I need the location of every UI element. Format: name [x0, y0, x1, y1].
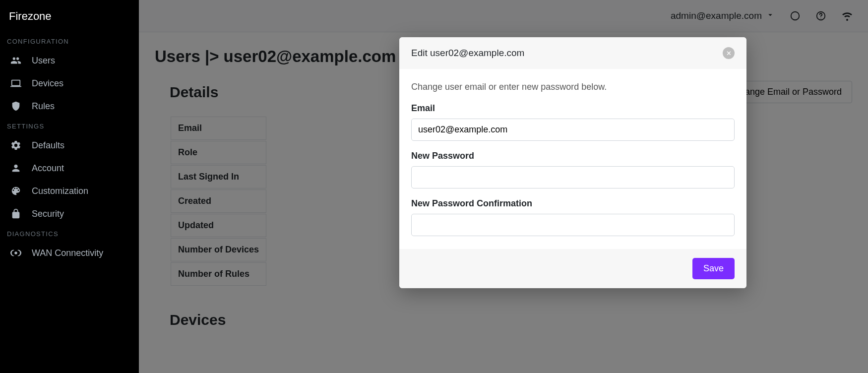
- person-icon: [9, 163, 23, 174]
- sidebar-item-wan-connectivity[interactable]: WAN Connectivity: [0, 242, 139, 264]
- sidebar-item-customization[interactable]: Customization: [0, 180, 139, 202]
- edit-user-modal: Edit user02@example.com ✕ Change user em…: [399, 37, 746, 288]
- sidebar-item-label: Users: [32, 56, 55, 66]
- antenna-icon: [9, 248, 23, 258]
- confirm-password-field[interactable]: [411, 214, 735, 236]
- save-button[interactable]: Save: [692, 258, 735, 279]
- sidebar-section-diagnostics: DIAGNOSTICS: [0, 225, 139, 242]
- palette-icon: [9, 186, 23, 196]
- close-icon: ✕: [726, 50, 732, 57]
- sidebar-item-label: Account: [32, 163, 64, 174]
- modal-description: Change user email or enter new password …: [411, 82, 735, 92]
- sidebar-section-settings: SETTINGS: [0, 118, 139, 134]
- rules-icon: [9, 101, 23, 112]
- email-field[interactable]: [411, 119, 735, 141]
- email-label: Email: [411, 103, 735, 114]
- users-icon: [9, 55, 23, 66]
- confirm-password-label: New Password Confirmation: [411, 198, 735, 209]
- sidebar-item-security[interactable]: Security: [0, 202, 139, 225]
- sidebar-item-label: Defaults: [32, 140, 64, 151]
- sidebar-item-rules[interactable]: Rules: [0, 95, 139, 118]
- sidebar-item-defaults[interactable]: Defaults: [0, 134, 139, 157]
- brand[interactable]: Firezone: [0, 0, 139, 33]
- modal-close-button[interactable]: ✕: [723, 47, 735, 59]
- sidebar-item-devices[interactable]: Devices: [0, 72, 139, 95]
- gear-icon: [9, 140, 23, 151]
- new-password-label: New Password: [411, 151, 735, 161]
- sidebar-item-account[interactable]: Account: [0, 157, 139, 180]
- sidebar-section-configuration: CONFIGURATION: [0, 33, 139, 49]
- modal-title: Edit user02@example.com: [411, 48, 524, 59]
- sidebar-item-label: Customization: [32, 186, 88, 196]
- sidebar-item-users[interactable]: Users: [0, 49, 139, 72]
- new-password-field[interactable]: [411, 166, 735, 188]
- sidebar-item-label: Security: [32, 209, 64, 219]
- sidebar-item-label: Rules: [32, 101, 55, 112]
- laptop-icon: [9, 78, 23, 89]
- lock-icon: [9, 208, 23, 219]
- sidebar-item-label: Devices: [32, 78, 63, 89]
- sidebar: Firezone CONFIGURATION Users Devices Rul…: [0, 0, 139, 373]
- sidebar-item-label: WAN Connectivity: [32, 248, 103, 258]
